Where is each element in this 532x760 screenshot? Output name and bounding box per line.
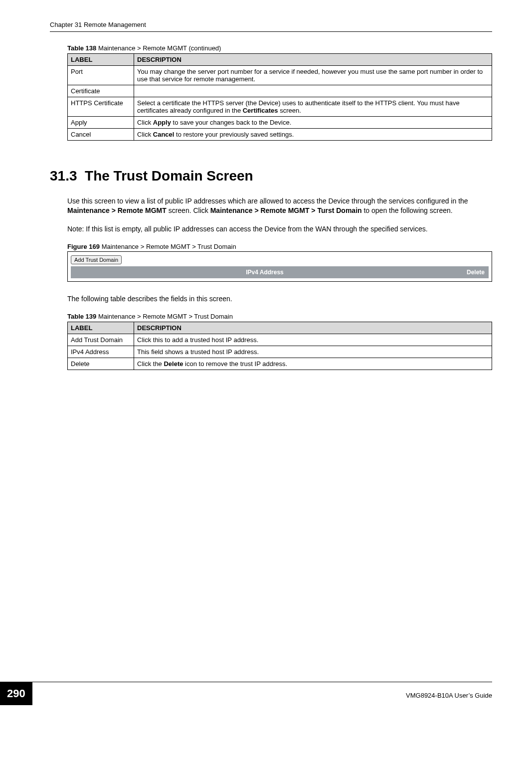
- text: to open the following screen.: [362, 206, 453, 214]
- table138-row3-desc: Click Apply to save your changes back to…: [134, 117, 492, 129]
- text: Click: [137, 131, 153, 138]
- table138: LABEL DESCRIPTION Port You may change th…: [67, 53, 492, 141]
- figure169-caption-text: Maintenance > Remote MGMT > Trust Domain: [102, 243, 236, 250]
- text: screen. Click: [167, 206, 210, 214]
- section-title: The Trust Domain Screen: [85, 168, 253, 184]
- figure169-caption-label: Figure 169: [67, 243, 100, 250]
- section-intro: Use this screen to view a list of public…: [67, 196, 492, 215]
- bold-text: Apply: [153, 119, 171, 126]
- page-number: 290: [0, 682, 32, 705]
- table138-caption-text: Maintenance > Remote MGMT (continued): [98, 44, 221, 52]
- table-row: HTTPS Certificate Select a certificate t…: [68, 97, 492, 117]
- section-heading: 31.3 The Trust Domain Screen: [50, 168, 492, 184]
- table139-caption-text: Maintenance > Remote MGMT > Trust Domain: [98, 313, 233, 320]
- text: Click the: [137, 360, 164, 368]
- table138-row1-label: Certificate: [68, 85, 134, 97]
- table139-row0-label: Add Trust Domain: [68, 334, 134, 346]
- table139-row0-desc: Click this to add a trusted host IP addr…: [134, 334, 492, 346]
- table139-row2-label: Delete: [68, 358, 134, 370]
- text: Use this screen to view a list of public…: [67, 197, 468, 205]
- table139-row1-label: IPv4 Address: [68, 346, 134, 358]
- figure169-caption: Figure 169 Maintenance > Remote MGMT > T…: [67, 243, 492, 250]
- guide-name: VMG8924-B10A User’s Guide: [32, 689, 492, 699]
- table-row: Delete Click the Delete icon to remove t…: [68, 358, 492, 370]
- table139-row2-desc: Click the Delete icon to remove the trus…: [134, 358, 492, 370]
- figure169: Add Trust Domain IPv4 Address Delete: [67, 251, 492, 282]
- table-row: Port You may change the server port numb…: [68, 66, 492, 85]
- table138-row2-desc: Select a certificate the HTTPS server (t…: [134, 97, 492, 117]
- page-footer: 290 VMG8924-B10A User’s Guide: [0, 682, 532, 705]
- bold-text: Delete: [164, 360, 183, 368]
- bold-text: Maintenance > Remote MGMT: [67, 206, 167, 214]
- bold-text: Certificates: [243, 107, 278, 114]
- table-row: Cancel Click Cancel to restore your prev…: [68, 129, 492, 141]
- text: to save your changes back to the Device.: [171, 119, 291, 126]
- section-number: 31.3: [50, 168, 77, 184]
- section-note: Note: If this list is empty, all public …: [67, 224, 492, 234]
- table-row: IPv4 Address This field shows a trusted …: [68, 346, 492, 358]
- table138-caption: Table 138 Maintenance > Remote MGMT (con…: [67, 44, 492, 52]
- table139-caption: Table 139 Maintenance > Remote MGMT > Tr…: [67, 313, 492, 320]
- table138-row3-label: Apply: [68, 117, 134, 129]
- table139-header-description: DESCRIPTION: [134, 322, 492, 334]
- table138-row4-label: Cancel: [68, 129, 134, 141]
- text: icon to remove the trust IP address.: [183, 360, 288, 368]
- figure169-header-row: IPv4 Address Delete: [71, 266, 489, 278]
- text: to restore your previously saved setting…: [174, 131, 294, 138]
- table-row: Add Trust Domain Click this to add a tru…: [68, 334, 492, 346]
- paragraph-after-figure: The following table describes the fields…: [67, 294, 492, 304]
- table139-caption-label: Table 139: [67, 313, 96, 320]
- table139: LABEL DESCRIPTION Add Trust Domain Click…: [67, 322, 492, 370]
- table138-header-label: LABEL: [68, 54, 134, 66]
- bold-text: Cancel: [153, 131, 175, 138]
- table138-row0-desc: You may change the server port number fo…: [134, 66, 492, 85]
- text: Click: [137, 119, 153, 126]
- table-row: Apply Click Apply to save your changes b…: [68, 117, 492, 129]
- table139-header-label: LABEL: [68, 322, 134, 334]
- add-trust-domain-button[interactable]: Add Trust Domain: [71, 255, 122, 264]
- table138-header-description: DESCRIPTION: [134, 54, 492, 66]
- text: screen.: [278, 107, 301, 114]
- table138-caption-label: Table 138: [67, 44, 96, 52]
- figure169-col-addr: IPv4 Address: [75, 269, 455, 276]
- table138-row4-desc: Click Cancel to restore your previously …: [134, 129, 492, 141]
- bold-text: Maintenance > Remote MGMT > Turst Domain: [210, 206, 362, 214]
- table-row: Certificate: [68, 85, 492, 97]
- page-header: Chapter 31 Remote Management: [50, 20, 492, 32]
- table138-row0-label: Port: [68, 66, 134, 85]
- table139-row1-desc: This field shows a trusted host IP addre…: [134, 346, 492, 358]
- figure169-col-delete: Delete: [455, 269, 485, 276]
- table138-row1-desc: [134, 85, 492, 97]
- table138-row2-label: HTTPS Certificate: [68, 97, 134, 117]
- chapter-title: Chapter 31 Remote Management: [50, 21, 146, 28]
